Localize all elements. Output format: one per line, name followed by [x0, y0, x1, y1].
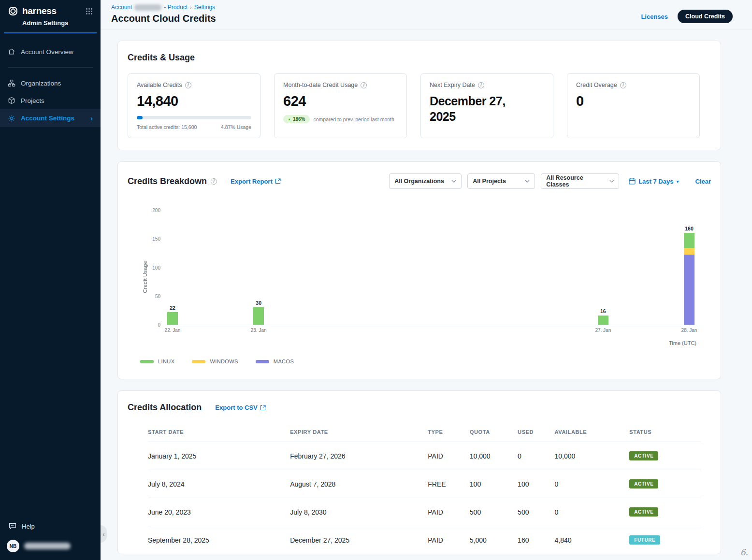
apps-grid-icon[interactable]	[86, 8, 93, 15]
date-range-label: Last 7 Days	[638, 178, 673, 185]
redacted-username	[24, 543, 71, 549]
column-header: EXPIRY DATE	[290, 425, 428, 442]
table-cell: June 20, 2023	[148, 498, 290, 526]
stray-mark: 6.	[740, 547, 748, 557]
redacted-account-name	[134, 4, 161, 11]
table-cell: 5,000	[470, 526, 518, 554]
export-csv-link[interactable]: Export to CSV	[215, 404, 265, 411]
column-header: USED	[518, 425, 554, 442]
credits-usage-card: Credits & Usage Available Credits i 14,8…	[117, 41, 721, 150]
sidebar-item-account-settings[interactable]: Account Settings ›	[0, 109, 101, 127]
stat-label: Next Expiry Date	[430, 82, 475, 88]
bar-segment-linux	[167, 312, 178, 325]
avatar[interactable]: NB	[7, 540, 19, 552]
x-axis-title: Time (UTC)	[165, 340, 696, 346]
x-tick-label: 27. Jan	[595, 328, 611, 333]
table-cell: ACTIVE	[629, 470, 701, 498]
sidebar-subtitle: Admin Settings	[22, 19, 93, 27]
bar-stack[interactable]: 22	[167, 305, 178, 325]
clear-filters-link[interactable]: Clear	[695, 178, 711, 185]
table-cell: 500	[470, 498, 518, 526]
export-report-link[interactable]: Export Report	[231, 178, 281, 185]
table-cell: PAID	[428, 526, 470, 554]
bar-segment-linux	[684, 233, 694, 248]
sidebar-item-organizations[interactable]: Organizations	[0, 74, 101, 92]
column-header: STATUS	[629, 425, 701, 442]
legend-label: LINUX	[158, 359, 174, 364]
table-cell: 0	[518, 442, 554, 470]
y-axis-title: Credit Usage	[142, 261, 148, 293]
breadcrumb-product[interactable]: - Product	[164, 4, 188, 11]
bar-value-label: 160	[685, 226, 694, 231]
status-badge: ACTIVE	[629, 507, 658, 517]
y-tick-label: 50	[155, 293, 160, 299]
available-credits-value: 14,840	[137, 93, 251, 109]
info-icon[interactable]: i	[620, 82, 626, 88]
legend-item-macos[interactable]: MACOS	[256, 359, 294, 364]
credits-allocation-title: Credits Allocation	[128, 402, 202, 413]
status-badge: ACTIVE	[629, 451, 658, 460]
nav-divider	[8, 67, 93, 68]
allocation-table-head: START DATEEXPIRY DATETYPEQUOTAUSEDAVAILA…	[148, 425, 701, 442]
chart-plot: 223016160 050100150200	[165, 210, 696, 325]
credits-usage-title: Credits & Usage	[128, 53, 711, 63]
table-cell: July 8, 2030	[290, 498, 428, 526]
legend-item-linux[interactable]: LINUX	[140, 359, 174, 364]
table-cell: ACTIVE	[629, 498, 701, 526]
external-link-icon	[275, 178, 281, 184]
info-icon[interactable]: i	[361, 82, 367, 88]
column-header: START DATE	[148, 425, 290, 442]
mtd-usage-value: 624	[283, 93, 398, 109]
table-cell: 10,000	[470, 442, 518, 470]
chart-legend: LINUXWINDOWSMACOS	[140, 359, 711, 364]
credit-overage-card: Credit Overage i 0	[567, 73, 700, 138]
bar-stack[interactable]: 16	[598, 308, 608, 325]
date-range-picker[interactable]: Last 7 Days ▾	[629, 178, 679, 185]
info-icon[interactable]: i	[185, 82, 191, 88]
help-button[interactable]: Help	[0, 517, 101, 536]
gear-icon	[8, 115, 15, 122]
x-tick-label: 28. Jan	[681, 328, 697, 333]
licenses-link[interactable]: Licenses	[641, 13, 668, 20]
allocation-table: START DATEEXPIRY DATETYPEQUOTAUSEDAVAILA…	[148, 425, 701, 554]
bar-segment-macos	[684, 255, 694, 325]
resource-classes-filter-select[interactable]: All Resource Classes	[541, 173, 619, 189]
table-cell: 10,000	[555, 442, 630, 470]
calendar-icon	[629, 178, 636, 185]
table-cell: January 1, 2025	[148, 442, 290, 470]
table-cell: ACTIVE	[629, 442, 701, 470]
bar-stack[interactable]: 30	[253, 300, 264, 325]
usage-percent: 4.87% Usage	[221, 124, 251, 130]
caret-down-icon: ▾	[676, 179, 679, 184]
brand-name: harness	[22, 6, 57, 16]
projects-filter-select[interactable]: All Projects	[467, 173, 535, 189]
sidebar-item-account-overview[interactable]: Account Overview	[0, 43, 101, 60]
info-icon[interactable]: i	[478, 82, 484, 88]
legend-swatch	[192, 360, 205, 363]
arrow-up-icon: ▲	[288, 117, 291, 121]
allocation-table-body: January 1, 2025February 27, 2026PAID10,0…	[148, 442, 701, 554]
table-cell: February 27, 2026	[290, 442, 428, 470]
cloud-credits-button[interactable]: Cloud Credits	[678, 10, 733, 23]
organizations-filter-select[interactable]: All Organizations	[389, 173, 462, 189]
organizations-icon	[8, 79, 15, 87]
sidebar-item-projects[interactable]: Projects	[0, 92, 101, 109]
breadcrumb-separator-icon: ›	[190, 4, 192, 10]
help-label: Help	[22, 523, 35, 530]
stat-label: Month-to-date Credit Usage	[283, 82, 358, 88]
table-cell: August 7, 2028	[290, 470, 428, 498]
legend-swatch	[256, 360, 269, 363]
breadcrumb: Account - Product › Settings	[111, 4, 216, 11]
table-cell: FUTURE	[629, 526, 701, 554]
table-cell: 0	[555, 498, 630, 526]
legend-item-windows[interactable]: WINDOWS	[192, 359, 238, 364]
user-row[interactable]: NB	[0, 536, 101, 554]
table-cell: December 27, 2025	[290, 526, 428, 554]
bar-stack[interactable]: 160	[684, 226, 694, 325]
info-icon[interactable]: i	[211, 178, 217, 185]
sidebar-item-label: Account Overview	[21, 48, 73, 56]
credits-breakdown-card: Credits Breakdown i Export Report All Or…	[117, 161, 721, 379]
breadcrumb-settings[interactable]: Settings	[194, 4, 215, 11]
breadcrumb-account[interactable]: Account	[111, 4, 132, 11]
table-cell: 100	[470, 470, 518, 498]
